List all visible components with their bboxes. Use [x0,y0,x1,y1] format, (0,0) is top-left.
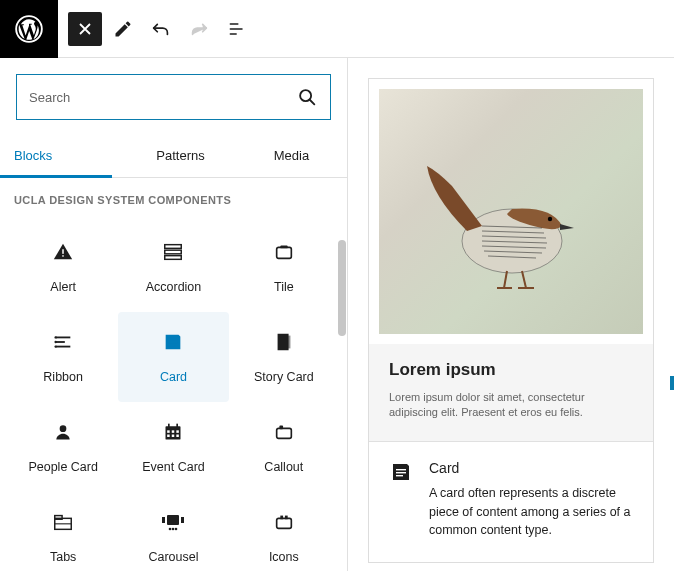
preview-description: Card A card often represents a discrete … [369,442,653,562]
block-label: Carousel [148,550,198,564]
block-label: Icons [269,550,299,564]
tab-blocks[interactable]: Blocks [0,136,125,177]
preview-block-name: Card [429,460,633,476]
block-label: Tile [274,280,294,294]
svg-rect-17 [169,342,178,343]
block-label: Ribbon [43,370,83,384]
block-label: People Card [28,460,98,474]
preview-title: Lorem ipsum [389,360,633,380]
svg-rect-6 [165,250,182,254]
preview-header: Lorem ipsum Lorem ipsum dolor sit amet, … [369,344,653,442]
preview-card: Lorem ipsum Lorem ipsum dolor sit amet, … [368,78,654,563]
block-grid: Alert Accordion Tile Ribbon Card Story C [0,222,347,571]
undo-button[interactable] [144,12,178,46]
block-card[interactable]: Card [118,312,228,402]
edit-tool-button[interactable] [106,12,140,46]
calendar-icon [163,422,183,442]
block-icons[interactable]: Icons [229,492,339,571]
preview-image [379,89,643,334]
preview-block-desc: A card often represents a discrete piece… [429,484,633,540]
block-event-card[interactable]: Event Card [118,402,228,492]
block-story-card[interactable]: Story Card [229,312,339,402]
svg-point-15 [55,345,57,347]
svg-rect-4 [62,255,63,256]
svg-rect-36 [162,517,165,523]
block-label: Event Card [142,460,205,474]
svg-point-13 [55,336,57,338]
block-preview-panel: Lorem ipsum Lorem ipsum dolor sit amet, … [348,58,674,571]
tab-patterns[interactable]: Patterns [125,136,236,177]
preview-subtitle: Lorem ipsum dolor sit amet, consectetur … [389,390,633,421]
svg-point-45 [548,216,552,220]
accordion-icon [162,241,184,263]
document-outline-button[interactable] [220,12,254,46]
pencil-icon [113,19,133,39]
svg-rect-8 [276,247,291,258]
inserter-tabs: Blocks Patterns Media [0,136,347,178]
card-icon [162,331,184,353]
scrollbar-thumb[interactable] [338,240,346,336]
close-icon [78,22,92,36]
redo-button [182,12,216,46]
wordpress-logo[interactable] [0,0,58,58]
block-accordion[interactable]: Accordion [118,222,228,312]
block-label: Story Card [254,370,314,384]
svg-rect-5 [165,245,182,249]
tabs-icon [52,511,74,533]
block-label: Card [160,370,187,384]
tile-icon [273,241,295,263]
card-icon [389,460,413,484]
svg-rect-57 [396,469,406,470]
bird-illustration [412,156,592,296]
svg-rect-3 [62,249,63,254]
redo-icon [188,18,210,40]
outline-icon [227,19,247,39]
svg-rect-9 [280,246,287,249]
svg-point-38 [169,528,172,531]
block-people-card[interactable]: People Card [8,402,118,492]
tab-media[interactable]: Media [236,136,347,177]
selection-indicator [670,376,674,390]
svg-rect-16 [169,339,178,340]
svg-rect-19 [287,336,290,349]
search-box[interactable] [16,74,331,120]
search-icon [296,86,318,108]
block-callout[interactable]: Callout [229,402,339,492]
svg-rect-25 [168,435,171,438]
svg-point-20 [60,425,67,432]
block-ribbon[interactable]: Ribbon [8,312,118,402]
svg-rect-26 [172,435,175,438]
wordpress-icon [15,15,43,43]
block-carousel[interactable]: Carousel [118,492,228,571]
people-icon [53,422,73,442]
svg-rect-28 [168,424,170,428]
svg-point-14 [55,341,57,343]
callout-icon [273,421,295,443]
svg-rect-24 [177,430,180,433]
svg-rect-31 [279,426,283,430]
svg-rect-7 [165,256,182,260]
search-input[interactable] [29,90,296,105]
svg-rect-30 [276,428,291,438]
svg-line-54 [522,271,526,288]
carousel-icon [161,513,185,531]
block-label: Accordion [146,280,202,294]
block-tile[interactable]: Tile [229,222,339,312]
undo-icon [150,18,172,40]
block-alert[interactable]: Alert [8,222,118,312]
svg-rect-18 [169,345,175,346]
svg-line-2 [310,100,315,105]
close-button[interactable] [68,12,102,46]
top-toolbar [0,0,674,58]
block-label: Alert [50,280,76,294]
block-tabs[interactable]: Tabs [8,492,118,571]
svg-rect-37 [181,517,184,523]
svg-rect-27 [177,435,180,438]
ribbon-icon [52,331,74,353]
svg-rect-59 [396,475,403,476]
svg-rect-23 [172,430,175,433]
svg-rect-22 [168,430,171,433]
section-title: UCLA DESIGN SYSTEM COMPONENTS [0,178,347,222]
svg-point-39 [172,528,175,531]
block-label: Callout [264,460,303,474]
